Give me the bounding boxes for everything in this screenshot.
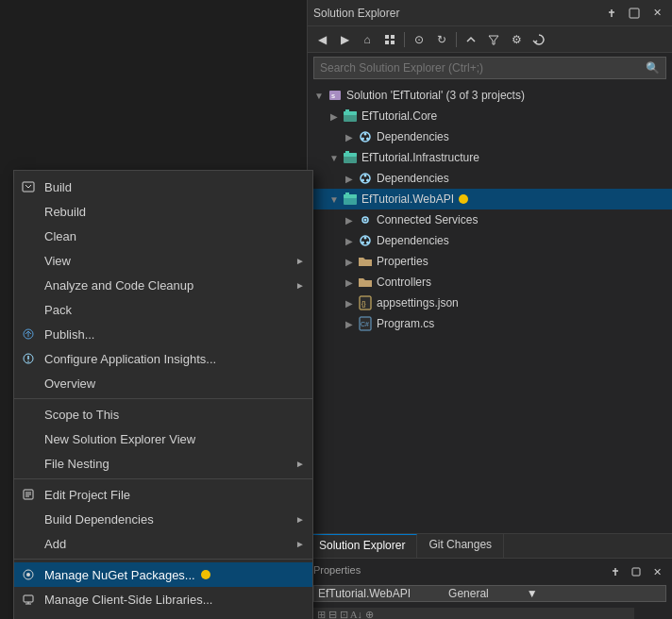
svg-rect-21	[391, 41, 395, 44]
tree-item-core-deps[interactable]: ▶ Dependencies	[308, 126, 672, 147]
tree-item-connected-services[interactable]: ▶ Connected Services	[308, 209, 672, 230]
se-tree: ▼ S Solution 'EfTutorial' (3 of 3 projec…	[308, 83, 672, 533]
svg-rect-54	[632, 568, 640, 576]
gear-icon	[357, 211, 374, 228]
expand-arrow: ▶	[327, 111, 342, 122]
publish-icon	[18, 327, 39, 341]
svg-point-29	[364, 133, 367, 136]
separator-2	[14, 478, 312, 479]
tree-item-properties[interactable]: ▶ Properties	[308, 251, 672, 272]
solution-icon: S	[327, 87, 344, 104]
se-properties-panel: Properties ​ ✕ EfTutorial.WebAPI General…	[308, 558, 672, 619]
menu-item-publish[interactable]: Publish...	[14, 322, 312, 346]
refresh-btn[interactable]: ↻	[431, 29, 452, 50]
tree-item-core[interactable]: ▶ EfTutorial.Core	[308, 106, 672, 126]
back-btn[interactable]: ◀	[311, 29, 332, 50]
menu-item-manage-secrets[interactable]: Manage User Secrets	[14, 611, 312, 619]
tab-git-changes[interactable]: Git Changes	[417, 534, 504, 558]
settings-btn[interactable]: ⚙	[506, 29, 527, 50]
menu-item-new-solution-explorer[interactable]: New Solution Explorer View	[14, 427, 312, 451]
menu-item-rebuild[interactable]: Rebuild	[14, 199, 312, 224]
expand-arrow: ▼	[327, 153, 342, 163]
menu-item-add[interactable]: Add ►	[14, 531, 312, 556]
deps-icon	[357, 170, 374, 187]
build-icon	[18, 180, 39, 193]
properties-title: Properties	[313, 564, 361, 576]
svg-rect-20	[385, 41, 389, 44]
client-icon	[18, 593, 39, 606]
menu-item-scope[interactable]: Scope to This	[14, 402, 312, 427]
sync-view-btn[interactable]	[529, 29, 549, 50]
menu-item-build-deps[interactable]: Build Dependencies ►	[14, 507, 312, 531]
svg-rect-17	[630, 8, 639, 18]
svg-point-37	[361, 179, 364, 182]
se-search-bar: 🔍	[313, 57, 666, 79]
se-title: Solution Explorer	[313, 7, 399, 20]
menu-item-analyze[interactable]: Analyze and Code Cleanup ►	[14, 273, 312, 297]
menu-item-edit-project[interactable]: Edit Project File	[14, 482, 312, 507]
svg-point-43	[364, 219, 367, 222]
tree-item-infra[interactable]: ▼ EfTutorial.Infrastructure	[308, 147, 672, 168]
show-all-files-btn[interactable]	[379, 29, 400, 50]
nuget-icon	[18, 568, 39, 581]
svg-rect-0	[23, 182, 34, 192]
dock-icon[interactable]	[625, 4, 644, 23]
svg-point-46	[361, 242, 364, 244]
svg-point-11	[26, 573, 30, 577]
filter-btn[interactable]	[483, 29, 504, 50]
props-pin-icon[interactable]: ​	[606, 562, 625, 581]
expand-arrow: ▶	[342, 236, 357, 246]
menu-item-file-nesting[interactable]: File Nesting ►	[14, 451, 312, 476]
search-input[interactable]	[320, 61, 642, 75]
separator-3	[14, 559, 312, 560]
tree-item-solution[interactable]: ▼ S Solution 'EfTutorial' (3 of 3 projec…	[308, 85, 672, 106]
tree-item-appsettings[interactable]: ▶ {} appsettings.json	[308, 293, 672, 313]
se-title-bar: Solution Explorer ​ ✕	[308, 0, 672, 26]
tree-item-program[interactable]: ▶ C# Program.cs	[308, 313, 672, 334]
search-icon: 🔍	[646, 61, 660, 75]
svg-point-47	[366, 242, 369, 244]
history-btn[interactable]: ⊙	[409, 29, 429, 50]
expand-arrow: ▶	[342, 215, 357, 226]
svg-rect-34	[345, 151, 349, 154]
svg-rect-27	[345, 109, 349, 112]
expand-arrow: ▶	[342, 132, 357, 142]
svg-text:{}: {}	[361, 300, 366, 308]
menu-item-manage-nuget[interactable]: Manage NuGet Packages...	[14, 562, 312, 587]
svg-rect-19	[391, 35, 395, 39]
expand-arrow: ▶	[342, 319, 357, 329]
tree-item-webapi[interactable]: ▼ EfTutorial.WebAPI	[308, 189, 672, 209]
submenu-arrow: ►	[295, 539, 305, 549]
menu-item-pack[interactable]: Pack	[14, 297, 312, 322]
props-close-icon[interactable]: ✕	[647, 562, 666, 581]
submenu-arrow: ►	[295, 256, 305, 266]
expand-arrow: ▶	[342, 257, 357, 267]
menu-item-view[interactable]: View ►	[14, 248, 312, 273]
home-btn[interactable]: ⌂	[357, 29, 378, 50]
forward-btn[interactable]: ▶	[334, 29, 355, 50]
close-icon[interactable]: ✕	[647, 4, 666, 23]
tree-item-infra-deps[interactable]: ▶ Dependencies	[308, 168, 672, 189]
folder-icon	[357, 274, 374, 291]
expand-arrow: ▼	[327, 194, 342, 205]
props-dropdown[interactable]: EfTutorial.WebAPI General ▼	[313, 585, 666, 602]
expand-arrow: ▶	[342, 298, 357, 309]
tab-solution-explorer[interactable]: Solution Explorer	[308, 534, 417, 558]
se-toolbar: ◀ ▶ ⌂ ⊙ ↻ ⚙	[308, 26, 672, 53]
project-icon	[342, 191, 359, 208]
menu-item-configure-insights[interactable]: Configure Application Insights...	[14, 346, 312, 371]
menu-item-overview[interactable]: Overview	[14, 371, 312, 395]
svg-rect-12	[24, 595, 33, 602]
svg-point-45	[364, 237, 367, 240]
props-dock-icon[interactable]	[627, 562, 646, 581]
menu-item-build[interactable]: Build	[14, 175, 312, 199]
toolbar-sep-1	[404, 32, 405, 47]
pin-icon[interactable]: ​	[602, 4, 621, 23]
tree-item-controllers[interactable]: ▶ Controllers	[308, 272, 672, 293]
props-project-name: EfTutorial.WebAPI	[318, 587, 411, 600]
menu-item-clean[interactable]: Clean	[14, 224, 312, 248]
menu-item-manage-client[interactable]: Manage Client-Side Libraries...	[14, 587, 312, 611]
tree-item-webapi-deps[interactable]: ▶ Dependencies	[308, 230, 672, 251]
collapse-btn[interactable]	[461, 29, 481, 50]
se-bottom-tabs: Solution Explorer Git Changes	[308, 533, 672, 558]
